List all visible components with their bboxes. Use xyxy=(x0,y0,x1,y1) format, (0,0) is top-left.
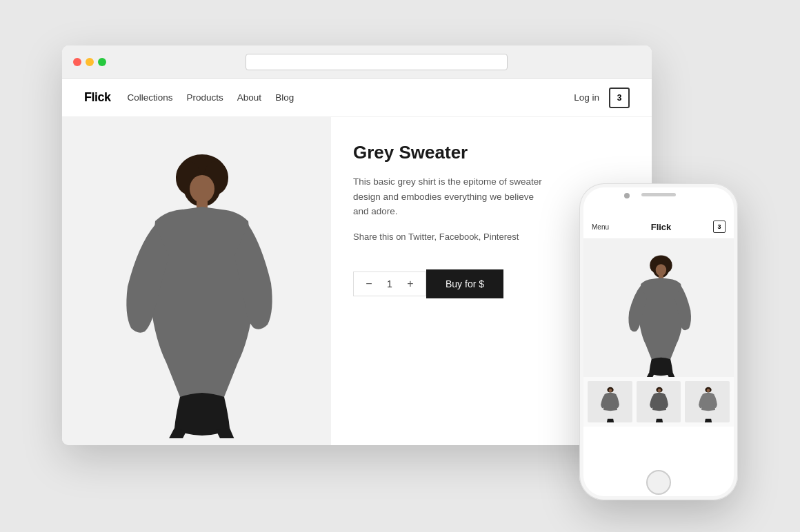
phone-cart-count: 3 xyxy=(717,223,721,230)
nav-link-blog[interactable]: Blog xyxy=(275,92,294,103)
store-content: Flick Collections Products About Blog Lo… xyxy=(62,79,652,445)
product-image xyxy=(62,117,331,445)
phone-camera xyxy=(624,193,630,198)
phone-product-image xyxy=(583,239,734,377)
product-image-section xyxy=(62,117,331,445)
cart-button[interactable]: 3 xyxy=(609,88,630,108)
quantity-increase[interactable]: + xyxy=(405,278,416,290)
model-illustration xyxy=(100,149,293,438)
phone-logo: Flick xyxy=(651,222,672,232)
phone-thumb-3[interactable] xyxy=(685,381,730,422)
svg-point-13 xyxy=(656,264,666,276)
phone-outer: Menu Flick 3 xyxy=(579,183,738,500)
nav-link-about[interactable]: About xyxy=(237,92,261,103)
phone-model-illustration xyxy=(617,253,700,377)
buy-button[interactable]: Buy for $ xyxy=(426,269,503,298)
browser-address-bar xyxy=(112,54,641,70)
svg-point-22 xyxy=(706,389,710,392)
store-logo: Flick xyxy=(84,90,111,105)
login-link[interactable]: Log in xyxy=(574,92,599,103)
product-description: This basic grey shirt is the epitome of … xyxy=(353,174,546,219)
phone-home-button[interactable] xyxy=(646,470,671,495)
phone-inner: Menu Flick 3 xyxy=(583,187,734,496)
nav-link-products[interactable]: Products xyxy=(187,92,223,103)
phone-thumb-1[interactable] xyxy=(588,381,632,422)
browser-dots xyxy=(73,58,106,66)
product-page: Grey Sweater This basic grey shirt is th… xyxy=(62,117,652,445)
logo-text: Flick xyxy=(84,90,111,104)
close-dot[interactable] xyxy=(73,58,81,66)
phone-thumbnails xyxy=(583,377,734,427)
minimize-dot[interactable] xyxy=(86,58,94,66)
maximize-dot[interactable] xyxy=(98,58,106,66)
nav-actions: Log in 3 xyxy=(574,88,630,108)
quantity-value: 1 xyxy=(383,278,397,289)
phone-cart-button[interactable]: 3 xyxy=(713,221,726,233)
store-nav: Flick Collections Products About Blog Lo… xyxy=(62,79,652,117)
cart-count: 3 xyxy=(617,93,622,103)
phone-screen: Menu Flick 3 xyxy=(583,215,734,458)
phone-speaker xyxy=(641,193,676,196)
nav-links: Collections Products About Blog xyxy=(128,92,294,103)
phone-nav: Menu Flick 3 xyxy=(583,215,734,239)
svg-point-4 xyxy=(190,175,214,203)
svg-point-18 xyxy=(609,389,612,392)
phone-thumb-2[interactable] xyxy=(637,381,681,422)
svg-point-20 xyxy=(658,389,661,392)
phone: Menu Flick 3 xyxy=(579,183,738,500)
quantity-decrease[interactable]: − xyxy=(363,278,374,290)
address-input[interactable] xyxy=(246,54,508,70)
product-title: Grey Sweater xyxy=(353,142,630,163)
scene: Flick Collections Products About Blog Lo… xyxy=(62,45,738,487)
phone-menu-button[interactable]: Menu xyxy=(592,223,609,231)
browser-window: Flick Collections Products About Blog Lo… xyxy=(62,45,652,445)
browser-chrome xyxy=(62,45,652,79)
quantity-control: − 1 + xyxy=(353,272,426,296)
nav-link-collections[interactable]: Collections xyxy=(128,92,173,103)
